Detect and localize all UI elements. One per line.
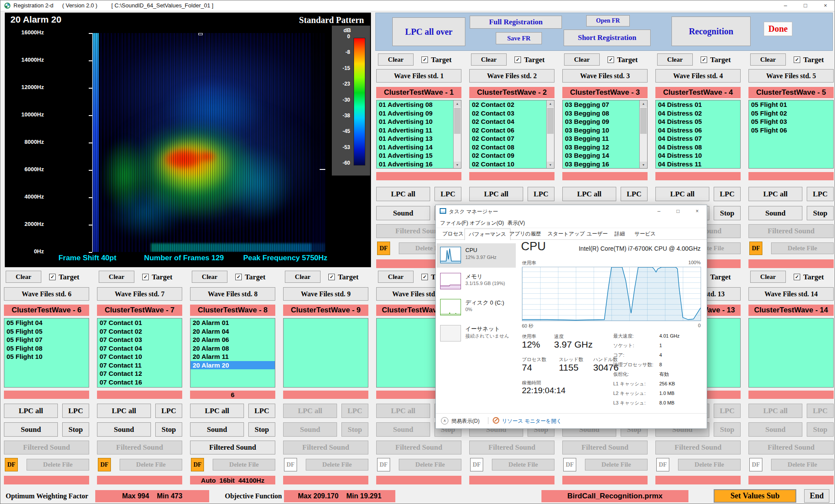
wave-list-1[interactable]: 01 Advertising 0801 Advertising 0901 Adv… (376, 100, 461, 169)
list-scrollbar[interactable]: ▲▼ (546, 100, 554, 168)
list-item[interactable]: 07 Contact 16 (97, 378, 182, 387)
list-item[interactable]: 03 Begging 11 (563, 134, 640, 143)
lpc-button-4[interactable]: LPC (714, 187, 741, 201)
lpc-button-6[interactable]: LPC (62, 404, 89, 418)
lpc-button-5[interactable]: LPC (807, 187, 834, 201)
list-item[interactable]: 20 Alarm 11 (190, 352, 275, 361)
wave-files-std-14-button[interactable]: Wave Files std. 14 (748, 287, 834, 301)
list-item[interactable]: 02 Contact 09 (470, 151, 547, 160)
list-item[interactable]: 01 Advertising 16 (377, 160, 454, 169)
stop-button-5[interactable]: Stop (807, 206, 834, 220)
scroll-thumb[interactable] (547, 108, 554, 134)
scroll-up-icon[interactable]: ▲ (454, 100, 461, 107)
delete-file-button-14[interactable]: Delete File (771, 459, 834, 471)
list-item[interactable]: 03 Begging 16 (563, 160, 640, 169)
list-item[interactable]: 03 Begging 09 (563, 117, 640, 126)
df-button-6[interactable]: DF (5, 458, 18, 471)
chevron-up-icon[interactable]: ∧ (441, 417, 448, 424)
clear-button-std-7[interactable]: Clear (99, 271, 134, 283)
delete-file-button-8[interactable]: Delete File (213, 459, 275, 471)
filtered-sound-button-13[interactable]: Filtered Sound (655, 441, 741, 454)
wave-files-std-4-button[interactable]: Wave Files std. 4 (655, 69, 741, 83)
target-checkbox-std-1[interactable]: ✓ (421, 56, 428, 63)
wave-files-std-3-button[interactable]: Wave Files std. 3 (562, 69, 648, 83)
tm-minimize-button[interactable]: – (649, 205, 668, 217)
lpc-button-2[interactable]: LPC (528, 187, 554, 201)
clear-button-std-4[interactable]: Clear (657, 53, 693, 66)
list-item[interactable]: 05 Flight 06 (749, 126, 833, 135)
list-item[interactable]: 04 Distress 08 (656, 143, 740, 152)
list-item[interactable]: 05 Flight 01 (749, 100, 833, 109)
short-registration-button[interactable]: Short Registration (564, 30, 651, 46)
df-button-8[interactable]: DF (191, 458, 204, 471)
list-item[interactable]: 01 Advertising 11 (377, 126, 454, 135)
sound-button-1[interactable]: Sound (376, 206, 430, 220)
sound-button-10[interactable]: Sound (376, 422, 430, 437)
lpc-button-13[interactable]: LPC (714, 404, 741, 418)
list-item[interactable]: 03 Begging 07 (563, 100, 640, 109)
open-fr-button[interactable]: Open FR (586, 15, 630, 27)
delete-file-button-9[interactable]: Delete File (306, 459, 368, 471)
delete-file-button-5[interactable]: Delete File (771, 242, 834, 254)
recognition-button[interactable]: Recognition (671, 17, 751, 46)
wave-list-8[interactable]: 20 Alarm 0120 Alarm 0420 Alarm 0620 Alar… (190, 318, 275, 388)
wave-files-std-7-button[interactable]: Wave Files std. 7 (97, 287, 182, 301)
list-item[interactable]: 02 Contact 02 (470, 100, 547, 109)
lpc-button-3[interactable]: LPC (621, 187, 648, 201)
list-item[interactable]: 02 Contact 10 (470, 160, 547, 169)
list-item[interactable]: 04 Distress 02 (656, 109, 740, 118)
list-item[interactable]: 01 Advertising 14 (377, 143, 454, 152)
list-item[interactable]: 20 Alarm 01 (190, 318, 275, 327)
clear-button-std-1[interactable]: Clear (378, 53, 414, 66)
lpc-all-button-2[interactable]: LPC all (469, 187, 523, 201)
sound-button-7[interactable]: Sound (97, 422, 151, 437)
list-item[interactable]: 01 Advertising 10 (377, 117, 454, 126)
set-values-sub-button[interactable]: Set Values Sub (714, 489, 796, 503)
list-scrollbar[interactable]: ▲▼ (453, 100, 461, 168)
df-button-14[interactable]: DF (749, 458, 762, 471)
target-checkbox-std-2[interactable]: ✓ (514, 56, 521, 63)
df-button-12[interactable]: DF (563, 458, 576, 471)
list-item[interactable]: 02 Contact 07 (470, 134, 547, 143)
lpc-all-button-10[interactable]: LPC all (376, 404, 430, 418)
lpc-all-over-button[interactable]: LPC all over (392, 17, 465, 46)
wave-files-std-8-button[interactable]: Wave Files std. 8 (190, 287, 275, 301)
lpc-all-button-6[interactable]: LPC all (4, 404, 58, 418)
df-button-7[interactable]: DF (98, 458, 111, 471)
tab-services[interactable]: サービス (631, 229, 660, 239)
delete-file-button-11[interactable]: Delete File (492, 459, 554, 471)
sound-button-8[interactable]: Sound (190, 422, 244, 437)
target-checkbox-std-7[interactable]: ✓ (142, 274, 149, 280)
df-button-13[interactable]: DF (656, 458, 669, 471)
df-button-10[interactable]: DF (377, 458, 390, 471)
list-item[interactable]: 05 Flight 03 (749, 117, 833, 126)
filtered-sound-button-5[interactable]: Filtered Sound (748, 224, 834, 238)
target-checkbox-std-10[interactable]: ✓ (421, 274, 428, 280)
list-item[interactable]: 04 Distress 01 (656, 100, 740, 109)
list-scrollbar[interactable]: ▲▼ (639, 100, 647, 168)
list-item[interactable]: 04 Distress 10 (656, 151, 740, 160)
list-item[interactable]: 05 Flight 02 (749, 109, 833, 118)
wave-list-9[interactable] (283, 318, 368, 388)
stop-button-9[interactable]: Stop (341, 422, 368, 437)
tm-maximize-button[interactable]: □ (668, 205, 688, 217)
lpc-all-button-3[interactable]: LPC all (562, 187, 616, 201)
list-item-selected[interactable]: 20 Alarm 20 (190, 361, 275, 370)
wave-list-2[interactable]: 02 Contact 0202 Contact 0302 Contact 040… (469, 100, 554, 169)
tab-startup[interactable]: スタートアップ (544, 229, 589, 239)
clear-button-std-6[interactable]: Clear (6, 271, 41, 283)
tm-menu-view[interactable]: 表示(V) (508, 219, 525, 227)
target-checkbox-std-8[interactable]: ✓ (235, 274, 242, 280)
list-item[interactable]: 07 Contact 10 (97, 352, 182, 361)
list-item[interactable]: 07 Contact 01 (97, 318, 182, 327)
lpc-all-button-9[interactable]: LPC all (283, 404, 337, 418)
list-item[interactable]: 01 Advertising 08 (377, 100, 454, 109)
list-item[interactable]: 07 Contact 02 (97, 327, 182, 336)
delete-file-button-7[interactable]: Delete File (120, 459, 182, 471)
stop-button-8[interactable]: Stop (248, 422, 275, 437)
tab-app-history[interactable]: アプリの履歴 (505, 229, 545, 239)
done-button[interactable]: Done (764, 22, 792, 36)
list-item[interactable]: 07 Contact 11 (97, 361, 182, 370)
open-resource-monitor-link[interactable]: リソース モニターを開く (502, 418, 562, 425)
list-item[interactable]: 04 Distress 06 (656, 126, 740, 135)
